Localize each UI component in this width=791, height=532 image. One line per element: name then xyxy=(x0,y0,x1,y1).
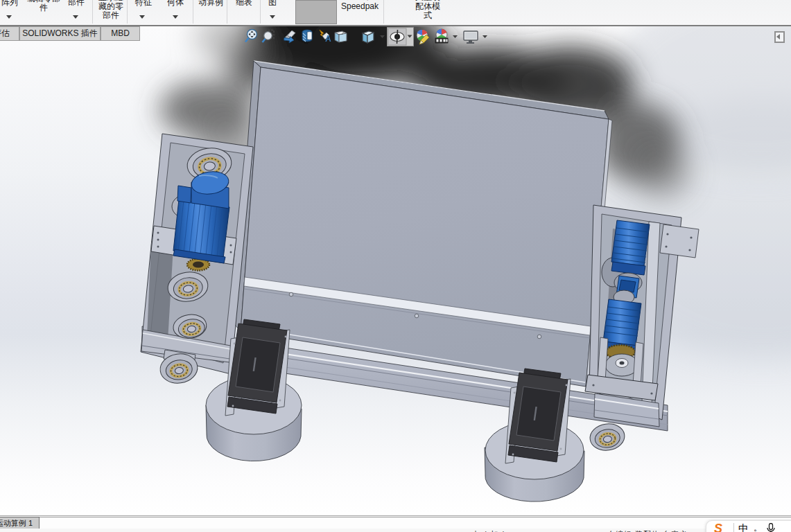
svg-text:A: A xyxy=(325,34,331,44)
